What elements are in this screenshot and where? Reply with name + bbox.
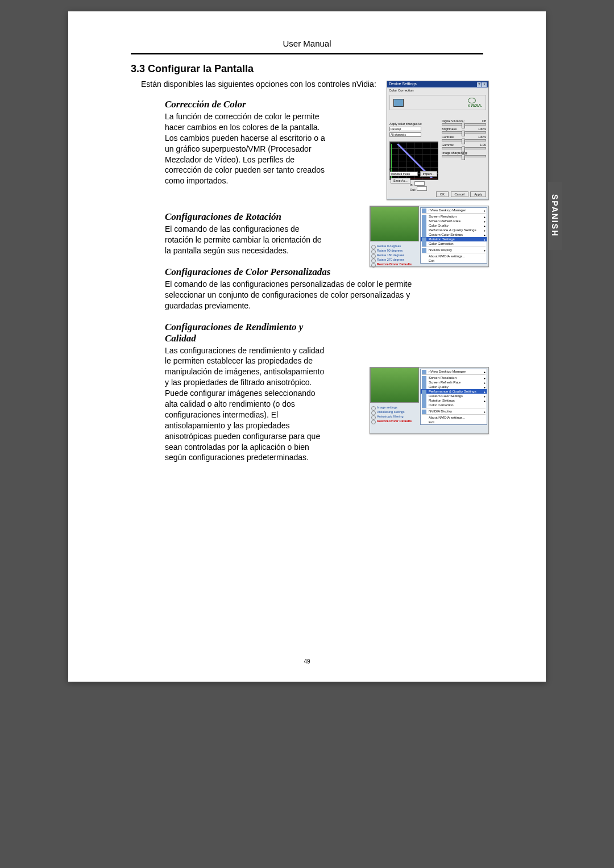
menu-icon [422,208,426,213]
brightness-slider[interactable] [442,131,486,133]
dialog-footer-buttons: OK Cancel Apply [435,191,486,197]
block-perf-quality: Configuraciones de Rendimiento y Calidad… [165,322,483,464]
menu-item[interactable]: Performance & Quality Settings▸ [421,228,487,232]
subtitle-color-correction: Corrección de Color [165,99,330,110]
menu-item[interactable]: nView Desktop Manager▸ [421,369,487,374]
list-item[interactable]: Anisotropic filtering [371,414,420,419]
block-rotation: Configuraciones de Rotación El comando d… [165,211,483,256]
list-item[interactable]: Image settings [371,405,420,410]
menu-item[interactable]: Custom Color Settings▸ [421,394,487,398]
dialog-logo-row: nVIDIA. [389,95,486,110]
list-item[interactable]: Antialiasing settings [371,410,420,414]
import-button[interactable]: Import... [420,171,437,177]
figure-device-settings-dialog: Device Settings ?x Color Correction nVID… [387,81,489,200]
dv-slider[interactable] [442,123,486,126]
menu-item[interactable]: Screen Refresh Rate▸ [421,380,487,385]
figure-perf-quality-menu: Image settings Antialiasing settings Ani… [370,367,489,434]
menu-item[interactable]: Color Quality▸ [421,223,487,228]
perf-side-list: Image settings Antialiasing settings Ani… [371,405,420,423]
body-perf-quality: Las configuraciones de rendimiento y cal… [165,345,330,464]
menu-icon [422,410,426,414]
contrast-slider[interactable] [442,139,486,141]
gamma-slider[interactable] [442,147,486,149]
list-item[interactable]: Rotate 180 degrees [371,253,420,257]
out-label: Out: [410,188,416,191]
profile-select[interactable]: Standard mode [389,172,418,176]
cancel-button[interactable]: Cancel [451,191,468,197]
desktop-preview [370,368,419,403]
page-header: User Manual [131,39,483,52]
menu-item[interactable]: NVIDIA Display▸ [421,248,487,252]
save-as-button[interactable]: Save As... [391,178,410,183]
dv-label: Digital Vibrance: [442,119,464,123]
help-icon[interactable]: ? [477,82,482,87]
sharpen-slider[interactable] [442,155,486,157]
subtitle-perf-quality: Configuraciones de Rendimiento y Calidad [165,322,330,344]
nvidia-eye-icon [468,98,476,103]
list-item[interactable]: Rotate 270 degrees [371,257,420,262]
list-item[interactable]: Rotate 90 degrees [371,248,420,253]
menu-icon [422,248,426,253]
body-rotation: El comando de las configuraciones de rot… [165,224,330,256]
profile-label: Color profile: [389,168,407,171]
menu-item[interactable]: Color Correction [421,241,487,246]
menu-item-highlighted[interactable]: Performance & Quality Settings▸ [421,389,487,394]
menu-item[interactable]: Color Correction [421,403,487,407]
menu-item[interactable]: nView Desktop Manager▸ [421,208,487,212]
window-buttons: ?x [476,82,487,87]
list-item-restore[interactable]: Restore Driver Defaults [371,419,420,423]
menu-icon [422,242,426,247]
context-menu-perf: nView Desktop Manager▸ Screen Resolution… [420,369,487,425]
menu-icon [422,403,426,408]
rotation-side-list: Rotate 0 degrees Rotate 90 degrees Rotat… [371,244,420,266]
page-number: 49 [68,658,546,665]
nvidia-logo-text: nVIDIA. [468,103,482,107]
menu-item[interactable]: Screen Refresh Rate▸ [421,219,487,223]
subtitle-rotation: Configuraciones de Rotación [165,211,330,223]
dialog-sliders: Digital Vibrance: Off Brightness: 100% C… [442,118,486,159]
channel-select[interactable]: All channels [389,132,421,137]
menu-item[interactable]: Screen Resolution▸ [421,214,487,219]
menu-item-highlighted[interactable]: Rotation Settings▸ [421,237,487,241]
apply-button[interactable]: Apply [470,191,486,197]
brightness-value: 100% [478,127,486,131]
close-icon[interactable]: x [482,82,487,87]
menu-icon [422,370,426,374]
dv-value: Off [482,119,486,123]
dialog-title-text: Device Settings [389,82,417,87]
dialog-tab[interactable]: Color Correction [387,87,488,93]
desktop-preview [370,206,419,241]
list-item[interactable]: Rotate 0 degrees [371,244,420,248]
manual-page: User Manual 3.3 Configurar la Pantalla E… [68,11,546,682]
body-color-correction: La función de corrección de color le per… [165,111,330,186]
figure-rotation-menu: Rotate 0 degrees Rotate 90 degrees Rotat… [370,206,489,267]
body-custom-color: El comando de las configuraciones person… [165,279,438,311]
block-color-correction: Corrección de Color La función de correc… [165,99,483,186]
gamma-value: 1.00 [480,143,486,147]
language-side-tab: SPANISH [548,182,562,250]
contrast-value: 100% [478,135,486,139]
dialog-left-controls: Apply color changes to: Desktop All chan… [389,122,435,138]
menu-item[interactable]: Screen Resolution▸ [421,375,487,380]
apply-target-select[interactable]: Desktop [389,127,421,131]
context-menu-rotation: nView Desktop Manager▸ Screen Resolution… [420,207,487,264]
menu-item[interactable]: NVIDIA Display▸ [421,409,487,414]
menu-item[interactable]: Custom Color Settings▸ [421,232,487,237]
brightness-label: Brightness: [442,127,458,131]
subtitle-custom-color: Configuraciones de Color Personalizadas [165,266,438,278]
menu-item[interactable]: About NVIDIA settings... [421,254,487,258]
header-rule [131,53,483,55]
menu-item[interactable]: About NVIDIA settings... [421,415,487,420]
ok-button[interactable]: OK [436,191,449,197]
section-title: 3.3 Configurar la Pantalla [131,63,483,75]
block-custom-color: Configuraciones de Color Personalizadas … [165,266,483,311]
menu-item[interactable]: Rotation Settings▸ [421,398,487,403]
dialog-titlebar: Device Settings ?x [387,81,488,87]
menu-item[interactable]: Color Quality▸ [421,385,487,389]
out-field[interactable] [417,186,427,191]
menu-item[interactable]: Exit [421,258,487,263]
menu-item[interactable]: Exit [421,420,487,424]
dialog-body: nVIDIA. Apply color changes to: Desktop … [387,93,488,198]
apply-changes-to-label: Apply color changes to: [389,122,435,126]
color-profile-row: Color profile: Standard mode Import... S… [389,168,437,183]
